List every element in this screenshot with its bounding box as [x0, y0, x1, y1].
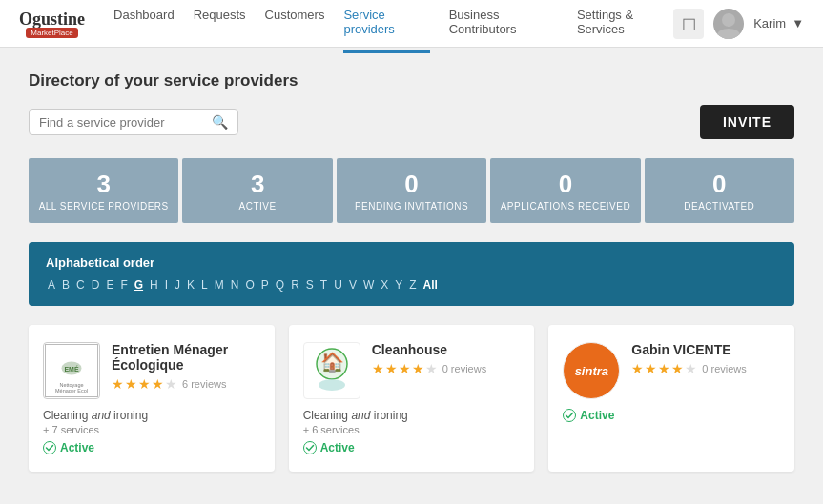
- review-count: 6 reviews: [182, 378, 226, 390]
- provider-grid: EMÉ NettoyageMénager Ecol Entretien Ména…: [29, 325, 794, 472]
- user-menu[interactable]: Karim ▼: [753, 16, 804, 30]
- provider-logo: 🏠: [303, 342, 360, 399]
- check-circle-icon: [43, 441, 56, 454]
- provider-info: Cleanhouse ★★★★★0 reviews: [372, 342, 521, 379]
- rating-stars: ★★★★★: [372, 361, 438, 376]
- provider-card[interactable]: 🏠 Cleanhouse ★★★★★0 reviews Cleaning and…: [289, 325, 535, 472]
- stat-card-active[interactable]: 3ACTIVE: [182, 158, 332, 223]
- search-icon: 🔍: [212, 114, 228, 130]
- alpha-letter-Y[interactable]: Y: [393, 277, 404, 292]
- provider-name: Gabin VICENTE: [631, 342, 780, 357]
- logo-badge: MarketPlace: [26, 28, 77, 38]
- alpha-letter-V[interactable]: V: [347, 277, 359, 292]
- stat-card-pending-invitations[interactable]: 0PENDING INVITATIONS: [337, 158, 486, 223]
- svg-point-8: [303, 442, 316, 454]
- nav-link-settings-&-services[interactable]: Settings & Services: [577, 0, 673, 53]
- provider-services: Cleaning and ironing: [43, 409, 260, 422]
- rating-stars: ★★★★★: [631, 361, 697, 376]
- review-count: 0 reviews: [702, 363, 746, 374]
- svg-point-9: [564, 410, 576, 422]
- alpha-letter-F[interactable]: F: [118, 277, 129, 292]
- provider-more: + 7 services: [43, 424, 260, 435]
- page-title: Directory of your service providers: [29, 71, 794, 91]
- alpha-letter-E[interactable]: E: [104, 277, 115, 292]
- provider-logo: sintra: [563, 342, 620, 399]
- alpha-letter-Z[interactable]: Z: [407, 277, 418, 292]
- provider-header: EMÉ NettoyageMénager Ecol Entretien Ména…: [43, 342, 260, 399]
- review-count: 0 reviews: [442, 363, 486, 374]
- active-badge: Active: [563, 409, 780, 422]
- alpha-letter-G[interactable]: G: [133, 277, 145, 292]
- provider-header: 🏠 Cleanhouse ★★★★★0 reviews: [303, 342, 521, 399]
- provider-more: + 6 services: [303, 424, 521, 435]
- alpha-letter-I[interactable]: I: [163, 277, 170, 292]
- stat-card-all-service-providers[interactable]: 3ALL SERVICE PROVIDERS: [29, 158, 178, 223]
- stat-cards: 3ALL SERVICE PROVIDERS3ACTIVE0PENDING IN…: [29, 158, 794, 223]
- search-invite-row: 🔍 INVITE: [29, 105, 794, 139]
- svg-point-0: [722, 13, 735, 27]
- svg-point-1: [717, 29, 740, 39]
- active-badge: Active: [303, 441, 521, 454]
- status-label: Active: [60, 441, 94, 454]
- alpha-letter-S[interactable]: S: [304, 277, 316, 292]
- alpha-title: Alphabetical order: [46, 255, 777, 270]
- status-label: Active: [320, 441, 355, 454]
- alpha-letter-O[interactable]: O: [243, 277, 256, 292]
- alpha-letter-A[interactable]: A: [46, 277, 57, 292]
- navbar: Ogustine MarketPlace DashboardRequestsCu…: [0, 0, 823, 48]
- invite-button[interactable]: INVITE: [700, 105, 794, 139]
- check-circle-icon: [563, 409, 576, 422]
- chevron-down-icon: ▼: [792, 16, 804, 30]
- alpha-letter-X[interactable]: X: [379, 277, 390, 292]
- nav-link-customers[interactable]: Customers: [265, 0, 325, 53]
- alpha-letter-N[interactable]: N: [229, 277, 241, 292]
- stat-card-deactivated[interactable]: 0DEACTIVATED: [645, 158, 794, 223]
- provider-name: Entretien MénagerÉcologique: [112, 342, 260, 373]
- rating-stars: ★★★★★: [112, 376, 177, 392]
- alpha-letter-B[interactable]: B: [60, 277, 72, 292]
- provider-logo: EMÉ NettoyageMénager Ecol: [43, 342, 100, 399]
- logo-text: Ogustine: [19, 10, 85, 30]
- nav-links: DashboardRequestsCustomersService provid…: [113, 0, 673, 53]
- nav-link-dashboard[interactable]: Dashboard: [113, 0, 175, 53]
- alpha-letters: ABCDEFGHIJKLMNOPQRSTUVWXYZAll: [46, 277, 777, 292]
- alpha-letter-D[interactable]: D: [90, 277, 102, 292]
- svg-point-4: [44, 442, 56, 454]
- svg-point-7: [319, 379, 345, 391]
- nav-link-requests[interactable]: Requests: [194, 0, 246, 53]
- alpha-letter-Q[interactable]: Q: [274, 277, 286, 292]
- status-label: Active: [580, 409, 614, 422]
- alpha-letter-U[interactable]: U: [332, 277, 344, 292]
- provider-card[interactable]: EMÉ NettoyageMénager Ecol Entretien Ména…: [29, 325, 275, 472]
- alpha-letter-M[interactable]: M: [213, 277, 226, 292]
- alpha-letter-P[interactable]: P: [259, 277, 271, 292]
- active-badge: Active: [43, 441, 260, 454]
- alpha-letter-R[interactable]: R: [289, 277, 301, 292]
- svg-text:🏠: 🏠: [319, 351, 343, 373]
- alpha-letter-T[interactable]: T: [319, 277, 329, 292]
- alpha-all[interactable]: All: [422, 277, 440, 292]
- provider-services: Cleaning and ironing: [303, 409, 521, 422]
- avatar[interactable]: [713, 9, 744, 39]
- check-circle-icon: [303, 441, 317, 454]
- logo[interactable]: Ogustine MarketPlace: [19, 10, 85, 38]
- svg-text:EMÉ: EMÉ: [64, 365, 79, 373]
- navbar-right: ◫ Karim ▼: [673, 9, 804, 39]
- nav-link-service-providers[interactable]: Service providers: [343, 0, 429, 53]
- provider-card[interactable]: sintra Gabin VICENTE ★★★★★0 reviews Acti…: [548, 325, 794, 472]
- search-box: 🔍: [29, 109, 238, 135]
- nav-link-business-contributors[interactable]: Business Contributors: [449, 0, 558, 53]
- user-name: Karim: [753, 16, 786, 30]
- stat-card-applications-received[interactable]: 0APPLICATIONS RECEIVED: [490, 158, 640, 223]
- provider-header: sintra Gabin VICENTE ★★★★★0 reviews: [563, 342, 780, 399]
- alpha-letter-J[interactable]: J: [173, 277, 182, 292]
- alpha-letter-C[interactable]: C: [74, 277, 87, 292]
- messages-icon[interactable]: ◫: [673, 9, 704, 39]
- provider-info: Gabin VICENTE ★★★★★0 reviews: [631, 342, 780, 379]
- alpha-letter-H[interactable]: H: [148, 277, 160, 292]
- main-content: Directory of your service providers 🔍 IN…: [0, 48, 823, 495]
- alpha-letter-L[interactable]: L: [199, 277, 210, 292]
- alpha-letter-W[interactable]: W: [361, 277, 376, 292]
- alpha-letter-K[interactable]: K: [185, 277, 196, 292]
- search-input[interactable]: [39, 115, 212, 130]
